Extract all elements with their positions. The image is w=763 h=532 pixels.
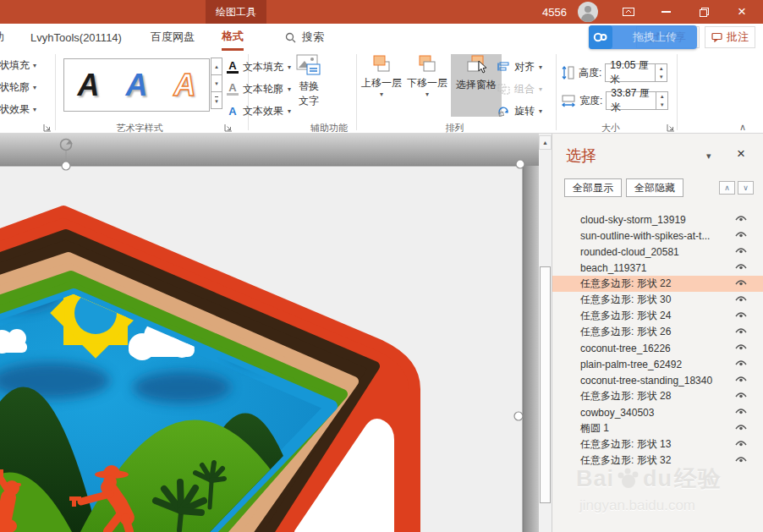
scrollbar-thumb[interactable] (540, 266, 551, 503)
minimize-icon (661, 11, 671, 13)
eye-visibility-icon[interactable] (735, 424, 747, 432)
shape-list-item[interactable]: 任意多边形: 形状 30 (552, 292, 763, 308)
bring-forward-button[interactable]: 上移一层 ▾ (360, 54, 403, 98)
height-input[interactable]: 19.05 厘米 ▲▼ (605, 63, 667, 82)
tab-clipped-left[interactable]: 助 (0, 24, 8, 51)
ribbon-display-options-button[interactable] (614, 0, 643, 24)
shape-list-item[interactable]: sun-outline-with-spikes-at-t... (552, 228, 763, 244)
width-input[interactable]: 33.87 厘米 ▲▼ (606, 91, 668, 110)
search-icon (285, 32, 296, 43)
search-box[interactable]: 搜索 (285, 24, 324, 51)
resize-handle-top-right[interactable] (516, 160, 524, 168)
gallery-scroll-up-button[interactable]: ▴ (211, 58, 222, 75)
wordart-style-gallery: A A A (63, 58, 210, 112)
shape-list-item[interactable]: 任意多边形: 形状 26 (552, 324, 763, 340)
shape-list-item[interactable]: beach_119371 (552, 260, 763, 276)
eye-visibility-icon[interactable] (735, 311, 747, 320)
wordart-dialog-launcher[interactable] (223, 123, 233, 133)
eye-visibility-icon[interactable] (735, 408, 747, 416)
scrollbar-up-button[interactable]: ▲ (539, 135, 552, 150)
wordart-style-blue[interactable]: A (126, 70, 148, 101)
shape-list-item[interactable]: 任意多边形: 形状 32 (552, 452, 763, 469)
move-down-button[interactable]: ∨ (738, 181, 754, 195)
rotate-button[interactable]: 旋转▾ (497, 100, 542, 122)
eye-visibility-icon[interactable] (735, 392, 747, 400)
width-spinner[interactable]: ▲▼ (656, 92, 667, 109)
text-fill-icon: A (227, 60, 239, 74)
shape-list-item[interactable]: rounded-cloud_20581 (552, 244, 763, 260)
height-spinner[interactable]: ▲▼ (655, 64, 667, 81)
show-all-button[interactable]: 全部显示 (564, 178, 622, 197)
shape-list-item-selected[interactable]: 任意多边形: 形状 22 (552, 276, 763, 292)
pane-close-button[interactable]: × (737, 145, 745, 162)
gallery-scroll-down-button[interactable]: ▾ (211, 74, 222, 92)
tab-lvyhtools[interactable]: LvyhTools(201114) (30, 24, 122, 51)
eye-visibility-icon[interactable] (735, 359, 747, 368)
wordart-style-orange-outline[interactable]: A (174, 70, 196, 101)
align-icon (497, 62, 510, 72)
eye-visibility-icon[interactable] (735, 456, 747, 464)
move-up-button[interactable]: ∧ (719, 181, 735, 195)
paw-print-icon (616, 466, 641, 491)
shape-outline-button[interactable]: 形状轮廓▾ (0, 76, 52, 98)
watermark-url: jingyan.baidu.com (579, 497, 754, 514)
text-fill-button[interactable]: A 文本填充▾ (227, 56, 291, 78)
group-button[interactable]: 组合▾ (497, 78, 542, 100)
text-outline-button[interactable]: A 文本轮廓▾ (227, 78, 291, 100)
restore-button[interactable] (689, 0, 718, 24)
avatar-person-icon (585, 6, 591, 13)
gallery-more-button[interactable]: ▾ (211, 91, 222, 109)
eye-visibility-icon[interactable] (735, 231, 747, 239)
minimize-button[interactable] (651, 0, 680, 24)
resize-handle-right[interactable] (514, 412, 523, 420)
size-dialog-launcher[interactable] (666, 123, 676, 133)
selection-pane-button[interactable]: 选择窗格 (451, 54, 502, 117)
user-avatar[interactable] (578, 2, 598, 22)
eye-visibility-icon[interactable] (735, 279, 747, 288)
height-field-row: 高度: 19.05 厘米 ▲▼ (561, 63, 667, 83)
shape-effects-button[interactable]: 形状效果▾ (0, 98, 52, 120)
shape-list-item[interactable]: cowboy_340503 (552, 404, 763, 420)
slide-canvas[interactable]: ▲ (0, 134, 552, 532)
tab-baidu-netdisk[interactable]: 百度网盘 (151, 24, 195, 51)
contextual-tab-drawing-tools[interactable]: 绘图工具 (206, 0, 266, 24)
baidu-jingyan-watermark: Bai du 经验 jingyan.baidu.com (576, 463, 754, 514)
comments-button[interactable]: 批注 (705, 26, 755, 48)
shape-fill-button[interactable]: 形状填充▾ (0, 54, 52, 76)
netdisk-upload-toast[interactable]: 拖拽上传 (589, 25, 697, 49)
eye-visibility-icon[interactable] (735, 376, 747, 384)
ribbon-display-options-icon (622, 6, 635, 18)
text-effects-button[interactable]: A 文本效果▾ (227, 100, 291, 122)
shape-styles-dialog-launcher[interactable] (42, 123, 52, 133)
ribbon-tab-bar: 助 LvyhTools(201114) 百度网盘 格式 搜索 共享 批注 (0, 24, 763, 51)
shape-list-item[interactable]: cloud-sky-storm_13919 (552, 211, 763, 228)
shape-list-item[interactable]: plain-palm-tree_62492 (552, 356, 763, 372)
collapse-ribbon-button[interactable]: ∧ (739, 122, 746, 133)
close-button[interactable]: × (727, 0, 756, 24)
eye-visibility-icon[interactable] (735, 247, 747, 255)
shape-list-item[interactable]: 椭圆 1 (552, 420, 763, 436)
upload-toast-label: 拖拽上传 (612, 30, 697, 45)
eye-visibility-icon[interactable] (735, 343, 747, 352)
wordart-style-black[interactable]: A (78, 70, 100, 101)
hide-all-button[interactable]: 全部隐藏 (626, 178, 683, 197)
shape-list-item[interactable]: 任意多边形: 形状 28 (552, 388, 763, 404)
send-backward-button[interactable]: 下移一层 ▾ (404, 54, 450, 98)
shape-list-item[interactable]: 任意多边形: 形状 13 (552, 436, 763, 452)
shape-list-item[interactable]: coconut-tree_16226 (552, 340, 763, 356)
pane-menu-caret-icon[interactable]: ▾ (706, 151, 711, 162)
canvas-vertical-scrollbar[interactable]: ▲ (539, 134, 552, 532)
eye-visibility-icon[interactable] (735, 440, 747, 448)
eye-visibility-icon[interactable] (735, 327, 747, 336)
shape-list-item[interactable]: 任意多边形: 形状 24 (552, 308, 763, 324)
eye-visibility-icon[interactable] (735, 215, 747, 223)
shape-list-item[interactable]: coconut-tree-standing_18340 (552, 372, 763, 388)
align-button[interactable]: 对齐▾ (497, 56, 542, 78)
tab-format-active[interactable]: 格式 (222, 24, 244, 51)
eye-visibility-icon[interactable] (735, 263, 747, 271)
group-label-accessibility: 辅助功能 (284, 122, 374, 134)
alt-text-button[interactable]: 替换 文字 (284, 54, 333, 108)
eye-visibility-icon[interactable] (735, 295, 747, 304)
text-effects-icon: A (227, 105, 239, 118)
resize-handle-top[interactable] (62, 162, 70, 170)
